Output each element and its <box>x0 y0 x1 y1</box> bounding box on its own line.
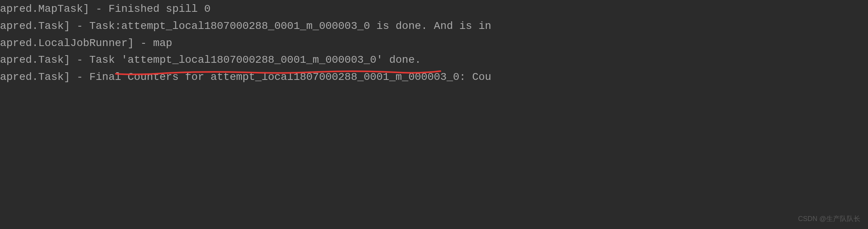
log-line: apred.Task] - Task 'attempt_local1807000… <box>0 52 868 69</box>
watermark-text: CSDN @生产队队长 <box>798 213 860 224</box>
log-line: apred.Task] - Final Counters for attempt… <box>0 69 868 86</box>
log-line: apred.Task] - Task:attempt_local18070002… <box>0 18 868 35</box>
log-line: apred.MapTask] - Finished spill 0 <box>0 1 868 18</box>
log-line: apred.LocalJobRunner] - map <box>0 35 868 52</box>
console-log-output: apred.MapTask] - Finished spill 0 apred.… <box>0 1 868 86</box>
